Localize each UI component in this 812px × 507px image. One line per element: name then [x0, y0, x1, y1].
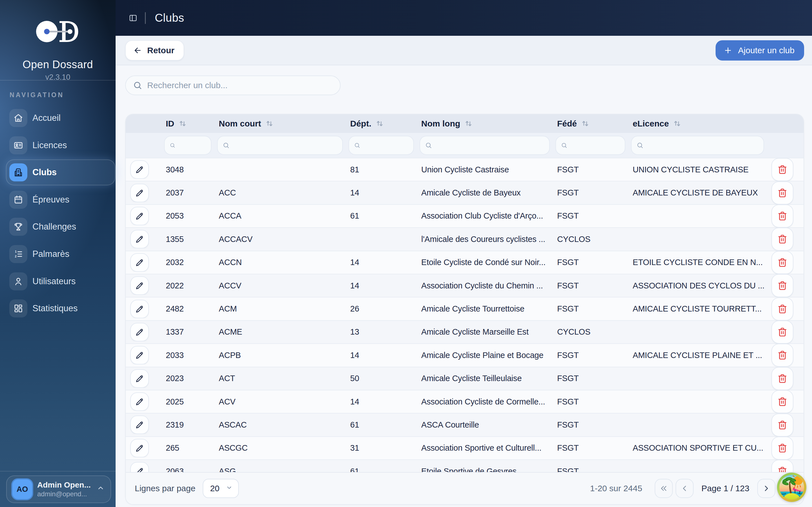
pencil-icon: [135, 350, 144, 360]
sidebar-item-epreuves[interactable]: Épreuves: [9, 191, 112, 209]
add-club-button[interactable]: Ajouter un club: [716, 40, 804, 61]
delete-button[interactable]: [771, 181, 794, 205]
sort-icon: [375, 119, 384, 128]
table-row[interactable]: 304881Union Cycliste CastraiseFSGTUNION …: [126, 158, 804, 181]
sidebar-item-licences[interactable]: Licences: [9, 136, 112, 154]
cell-nom-court: ACPB: [214, 351, 346, 360]
table-row[interactable]: 1355ACCACVl'Amicale des Coureurs cyclist…: [126, 227, 804, 250]
sidebar-item-utilisateurs[interactable]: Utilisateurs: [9, 272, 112, 290]
building-icon: [13, 168, 23, 177]
layout-dashboard-icon: [13, 304, 23, 313]
sidebar-toggle-button[interactable]: [127, 12, 139, 24]
edit-button[interactable]: [130, 160, 149, 179]
edit-button[interactable]: [130, 184, 149, 202]
first-page-button[interactable]: [655, 479, 673, 498]
edit-button[interactable]: [130, 462, 149, 473]
edit-button[interactable]: [130, 392, 149, 411]
topbar-separator: [145, 12, 146, 24]
filter-nom-court-input[interactable]: [233, 141, 338, 150]
edit-button[interactable]: [130, 300, 149, 318]
table-row[interactable]: 2053ACCA61Association Club Cycliste d'Ar…: [126, 204, 804, 227]
cell-elicence: ETOILE CYCLISTE CONDE EN N...: [628, 258, 767, 267]
delete-button[interactable]: [771, 228, 794, 251]
cell-nom-long: Association Cycliste du Chemin ...: [417, 281, 553, 290]
delete-button[interactable]: [771, 205, 794, 228]
cell-id: 2482: [161, 304, 214, 314]
delete-button[interactable]: [771, 390, 794, 413]
cell-id: 2053: [161, 211, 214, 221]
delete-button[interactable]: [771, 251, 794, 274]
delete-button[interactable]: [771, 437, 794, 460]
cell-nom-court: ACT: [214, 374, 346, 383]
sidebar-item-accueil[interactable]: Accueil: [9, 109, 112, 127]
user-name: Admin Open...: [37, 481, 93, 490]
table-row[interactable]: 2063ASG61Etoile Sportive de GesvresFSGT: [126, 459, 804, 473]
back-button[interactable]: Retour: [125, 40, 184, 61]
delete-button[interactable]: [771, 460, 794, 473]
filter-fede-input[interactable]: [571, 141, 620, 150]
cell-nom-long: Amicale Cycliste Plaine et Bocage: [417, 351, 553, 360]
search-input[interactable]: [147, 80, 333, 90]
cell-nom-long: Association Cycliste de Cormelle...: [417, 397, 553, 406]
column-header-id[interactable]: ID: [161, 119, 214, 128]
table-body: 304881Union Cycliste CastraiseFSGTUNION …: [126, 158, 804, 473]
column-header-fede[interactable]: Fédé: [553, 119, 628, 128]
edit-button[interactable]: [130, 207, 149, 225]
table-row[interactable]: 2482ACM26Amicale Cycliste TourrettoiseFS…: [126, 297, 804, 320]
table-footer: Lignes par page 20 1-20 sur 2445 Page 1 …: [126, 472, 804, 504]
filter-dept-input[interactable]: [364, 141, 409, 150]
cell-nom-court: ACCV: [214, 281, 346, 290]
search-icon: [425, 142, 432, 149]
filter-nom-long-input[interactable]: [435, 141, 545, 150]
edit-button[interactable]: [130, 439, 149, 457]
rows-per-page-select[interactable]: 20: [203, 479, 239, 498]
calendar-icon-box: [9, 191, 28, 209]
table-row[interactable]: 2319ASCAC61ASCA CourteilleFSGT: [126, 413, 804, 436]
column-header-nom-court[interactable]: Nom court: [214, 119, 346, 128]
sidebar-item-clubs[interactable]: Clubs: [9, 163, 112, 181]
island-emoji-badge[interactable]: [777, 473, 806, 502]
table-row[interactable]: 2022ACCV14Association Cycliste du Chemin…: [126, 274, 804, 297]
sidebar-item-challenges[interactable]: Challenges: [9, 218, 112, 236]
edit-button[interactable]: [130, 253, 149, 272]
cell-fede: FSGT: [553, 374, 628, 383]
trash-icon: [777, 350, 788, 360]
cell-id: 2023: [161, 374, 214, 383]
table-row[interactable]: 1337ACME13Amicale Cycliste Marseille Est…: [126, 320, 804, 343]
filter-id-input[interactable]: [179, 141, 206, 150]
edit-button[interactable]: [130, 323, 149, 341]
column-header-elicence[interactable]: eLicence: [628, 119, 767, 128]
delete-button[interactable]: [771, 344, 794, 367]
next-page-button[interactable]: [757, 479, 775, 498]
delete-button[interactable]: [771, 274, 794, 297]
filter-elicence-input[interactable]: [647, 141, 759, 150]
sidebar-item-palmares[interactable]: 12Palmarès: [9, 245, 112, 263]
edit-button[interactable]: [130, 276, 149, 295]
delete-button[interactable]: [771, 297, 794, 321]
edit-button[interactable]: [130, 230, 149, 248]
cell-id: 2025: [161, 397, 214, 406]
delete-button[interactable]: [771, 321, 794, 344]
table-row[interactable]: 2025ACV14Association Cycliste de Cormell…: [126, 390, 804, 413]
cell-nom-long: Union Cycliste Castraise: [417, 165, 553, 174]
table-row[interactable]: 2023ACT50Amicale Cycliste TeilleulaiseFS…: [126, 367, 804, 390]
table-row[interactable]: 2033ACPB14Amicale Cycliste Plaine et Boc…: [126, 343, 804, 367]
delete-button[interactable]: [771, 367, 794, 390]
edit-button[interactable]: [130, 346, 149, 364]
pencil-icon: [135, 211, 144, 221]
delete-button[interactable]: [771, 158, 794, 181]
delete-button[interactable]: [771, 413, 794, 437]
edit-button[interactable]: [130, 369, 149, 388]
table-row[interactable]: 265ASCGC31Association Sportive et Cultur…: [126, 436, 804, 459]
user-menu[interactable]: AO Admin Open... admin@opend...: [6, 475, 111, 503]
cell-nom-court: ASCAC: [214, 420, 346, 430]
column-header-dept[interactable]: Dépt.: [346, 119, 417, 128]
sidebar-item-statistiques[interactable]: Statistiques: [9, 299, 112, 318]
table-row[interactable]: 2037ACC14Amicale Cycliste de BayeuxFSGTA…: [126, 181, 804, 204]
column-header-nom-long[interactable]: Nom long: [417, 119, 553, 128]
previous-page-button[interactable]: [675, 479, 694, 498]
cell-nom-long: Association Club Cycliste d'Arço...: [417, 211, 553, 221]
pencil-icon: [135, 258, 144, 267]
edit-button[interactable]: [130, 415, 149, 434]
table-row[interactable]: 2032ACCN14Etoile Cycliste de Condé sur N…: [126, 251, 804, 274]
